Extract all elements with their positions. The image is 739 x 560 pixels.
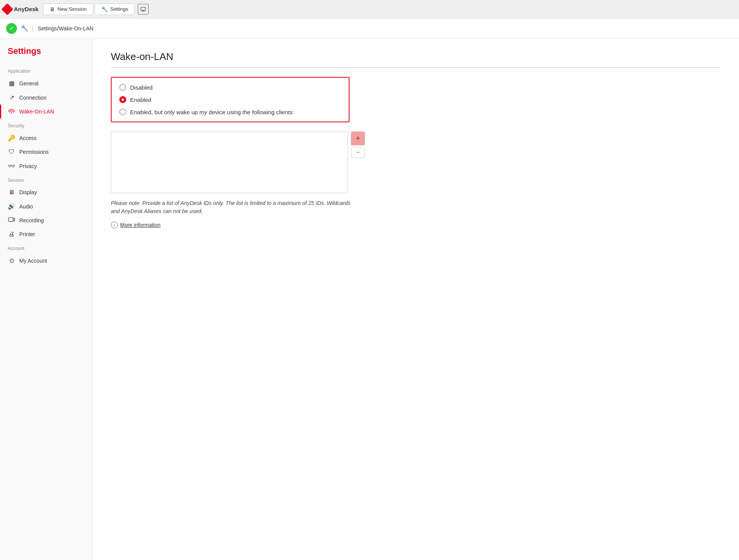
sidebar-item-wake-on-lan[interactable]: Wake-On-LAN [0, 105, 92, 118]
permissions-label: Permissions [19, 149, 48, 155]
page-title: Wake-on-LAN [111, 51, 721, 63]
title-bar: AnyDesk 🖥 New Session 🔧 Settings [0, 0, 739, 18]
sidebar-title: Settings [0, 46, 92, 64]
sidebar-item-access[interactable]: 🔑 Access [0, 131, 92, 145]
display-label: Display [19, 189, 37, 195]
sidebar-item-general[interactable]: ▦ General [0, 76, 92, 90]
wake-on-lan-label: Wake-On-LAN [19, 108, 54, 115]
app-logo: AnyDesk [3, 5, 38, 13]
more-info-link[interactable]: More information [120, 222, 161, 228]
audio-label: Audio [19, 203, 33, 210]
sidebar-item-permissions[interactable]: 🛡 Permissions [0, 145, 92, 159]
radio-enabled-circle[interactable] [119, 96, 126, 103]
section-label-session: Session [0, 173, 92, 185]
info-icon: i [111, 222, 118, 228]
new-session-tab[interactable]: 🖥 New Session [43, 3, 93, 15]
svg-point-4 [11, 113, 12, 114]
radio-enabled-label: Enabled [130, 97, 151, 103]
main-layout: Settings Application ▦ General ↗ Connect… [0, 38, 739, 560]
app-brand-label: AnyDesk [14, 6, 38, 12]
radio-option-enabled[interactable]: Enabled [119, 96, 341, 103]
wake-on-lan-icon [8, 108, 15, 115]
content-area: Wake-on-LAN Disabled Enabled Enabled, bu… [92, 38, 739, 560]
radio-disabled-circle[interactable] [119, 84, 126, 91]
access-label: Access [19, 135, 37, 141]
radio-clients-circle[interactable] [119, 108, 126, 115]
recording-label: Recording [19, 217, 44, 223]
sidebar: Settings Application ▦ General ↗ Connect… [0, 38, 92, 560]
audio-icon: 🔊 [8, 203, 15, 210]
remove-client-button[interactable]: − [351, 147, 365, 158]
clients-buttons: + − [351, 132, 365, 193]
sidebar-item-display[interactable]: 🖥 Display [0, 185, 92, 199]
svg-marker-6 [13, 218, 15, 221]
settings-path-icon: 🔧 [21, 25, 28, 32]
printer-icon: 🖨 [8, 231, 15, 238]
connection-label: Connection [19, 95, 47, 101]
my-account-label: My Account [19, 258, 47, 264]
access-icon: 🔑 [8, 134, 15, 142]
section-label-application: Application [0, 64, 92, 76]
address-bar: ✓ 🔧 Settings/Wake-On-LAN [0, 18, 739, 38]
wake-on-lan-options-box: Disabled Enabled Enabled, but only wake … [111, 77, 349, 122]
clients-textarea[interactable] [111, 132, 348, 193]
title-divider [111, 67, 721, 68]
sidebar-item-connection[interactable]: ↗ Connection [0, 90, 92, 105]
my-account-icon: ⊙ [8, 257, 15, 264]
svg-rect-5 [8, 218, 13, 222]
clients-area: + − [111, 132, 365, 193]
printer-label: Printer [19, 231, 35, 237]
sidebar-item-privacy[interactable]: 👓 Privacy [0, 159, 92, 173]
sidebar-item-my-account[interactable]: ⊙ My Account [0, 253, 92, 268]
wrench-icon: 🔧 [101, 6, 108, 12]
connection-status-icon: ✓ [6, 23, 17, 34]
section-label-security: Security [0, 118, 92, 131]
sidebar-item-printer[interactable]: 🖨 Printer [0, 227, 92, 241]
monitor-icon: 🖥 [50, 6, 55, 12]
recording-icon [8, 217, 15, 224]
radio-option-enabled-clients[interactable]: Enabled, but only wake up my device usin… [119, 108, 341, 115]
privacy-icon: 👓 [8, 162, 15, 170]
section-label-account: Account [0, 241, 92, 253]
radio-clients-label: Enabled, but only wake up my device usin… [130, 109, 294, 115]
radio-option-disabled[interactable]: Disabled [119, 84, 341, 91]
sidebar-item-recording[interactable]: Recording [0, 213, 92, 227]
settings-tab[interactable]: 🔧 Settings [95, 3, 135, 15]
svg-rect-0 [141, 7, 145, 10]
new-session-label: New Session [57, 6, 87, 12]
display-icon: 🖥 [8, 189, 15, 196]
remote-monitor-button[interactable] [138, 4, 149, 15]
more-info-row: i More information [111, 222, 721, 228]
add-client-button[interactable]: + [351, 132, 365, 145]
permissions-icon: 🛡 [8, 148, 15, 155]
general-label: General [19, 80, 38, 87]
note-text: Please note: Provide a list of AnyDesk I… [111, 199, 357, 215]
settings-tab-label: Settings [110, 6, 128, 12]
radio-disabled-label: Disabled [130, 84, 152, 91]
sidebar-item-audio[interactable]: 🔊 Audio [0, 199, 92, 213]
privacy-label: Privacy [19, 163, 37, 169]
anydesk-diamond-icon [1, 3, 13, 15]
connection-icon: ↗ [8, 94, 15, 101]
general-icon: ▦ [8, 80, 15, 87]
address-path-label: Settings/Wake-On-LAN [32, 25, 94, 32]
